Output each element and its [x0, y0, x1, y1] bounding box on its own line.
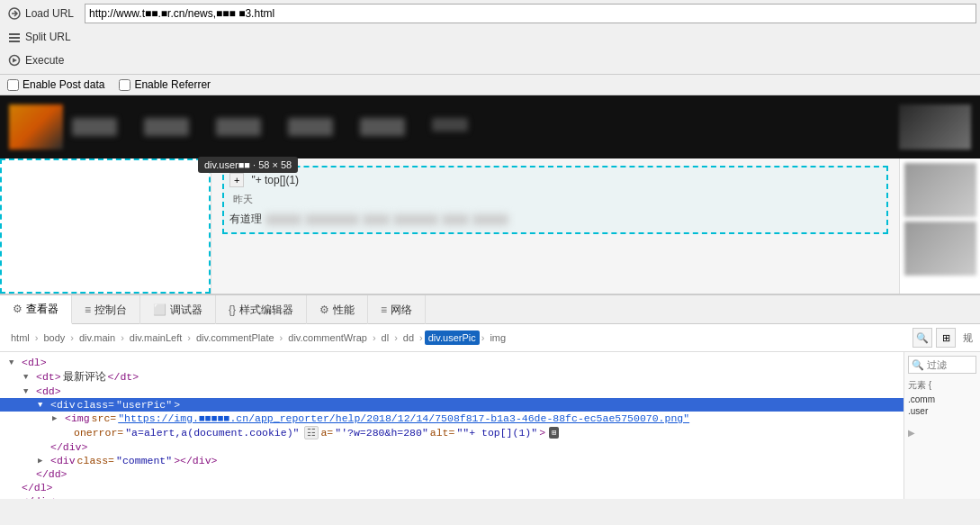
console-icon: ≡ [85, 303, 91, 316]
devtools-content: <dl> <dt> 最新评论 </dt> <dd> <div class= "u… [0, 352, 980, 499]
devtools-tabs: ⚙ 查看器 ≡ 控制台 ⬜ 调试器 {} 样式编辑器 ⚙ 性能 ≡ 网络 [0, 295, 980, 324]
split-icon [7, 30, 22, 44]
tree-line-dd[interactable]: <dd> [0, 385, 904, 398]
execute-row: Execute [4, 49, 976, 72]
split-url-row: Split URL [4, 25, 976, 49]
nav-item-5 [360, 118, 405, 136]
search-action-btn[interactable]: 🔍 [913, 328, 932, 348]
tree-line-dt[interactable]: <dt> 最新评论 </dt> [0, 369, 904, 385]
tree-line-div-close[interactable]: </div> [0, 440, 904, 454]
triangle-dt[interactable] [23, 373, 34, 382]
tab-console[interactable]: ≡ 控制台 [72, 295, 140, 324]
tree-line-img[interactable]: <img src= "https://img.■■■■■.cn/app_repo… [0, 412, 904, 425]
breadcrumb-img[interactable]: img [486, 330, 509, 345]
element-tooltip: div.user■■ · 58 × 58 [198, 157, 298, 173]
sidebar-left [0, 158, 211, 294]
content-text-row: 有道理 [229, 212, 881, 227]
youdaoli-text: 有道理 [229, 212, 262, 227]
nav-item-3 [216, 118, 261, 136]
tree-line-dl[interactable]: <dl> [0, 356, 904, 369]
execute-icon [7, 53, 22, 68]
img-size-badge: ⊞ [549, 427, 559, 439]
breadcrumb-dl[interactable]: dl [378, 330, 393, 345]
html-tree[interactable]: <dl> <dt> 最新评论 </dt> <dd> <div class= "u… [0, 352, 904, 499]
tab-inspector[interactable]: ⚙ 查看器 [0, 295, 72, 324]
referrer-checkbox-label[interactable]: Enable Referrer [119, 78, 211, 91]
top-ref: "+ top[](1) [251, 174, 299, 186]
breadcrumb-div-mainleft[interactable]: div.mainLeft [126, 330, 186, 345]
date-label: 昨天 [233, 193, 253, 206]
split-url-label: Split URL [25, 31, 71, 43]
content-row-2: 昨天 [229, 193, 881, 206]
triangle-comment[interactable] [38, 456, 49, 466]
plus-badge: + [229, 173, 244, 187]
load-icon [7, 6, 22, 21]
split-url-button[interactable]: Split URL [4, 28, 85, 46]
breadcrumb-div-userpic[interactable]: div.userPic [425, 330, 480, 345]
tree-line-dl-close[interactable]: </dl> [0, 481, 904, 494]
breadcrumb-div-commentplate[interactable]: div.commentPlate [193, 330, 278, 345]
tree-line-outer-div-close[interactable]: </div> [0, 494, 904, 499]
svg-rect-1 [9, 33, 20, 35]
load-url-button[interactable]: Load URL [4, 5, 85, 23]
blurred-2 [305, 214, 359, 225]
breadcrumb-dd[interactable]: dd [400, 330, 418, 345]
tree-line-dd-close[interactable]: </dd> [0, 467, 904, 481]
blurred-4 [393, 214, 438, 225]
sidebar-right-img [904, 163, 976, 217]
execute-button[interactable]: Execute [4, 51, 85, 69]
referrer-label: Enable Referrer [134, 78, 211, 91]
triangle-dd[interactable] [23, 387, 34, 396]
css-rule-comm: .comm [908, 394, 976, 405]
tab-performance[interactable]: ⚙ 性能 [307, 295, 368, 324]
devtools-panel: ⚙ 查看器 ≡ 控制台 ⬜ 调试器 {} 样式编辑器 ⚙ 性能 ≡ 网络 htm… [0, 294, 980, 499]
content-main: + "+ top[](1) 昨天 有道理 [211, 158, 899, 294]
breadcrumb-div-commentwrap[interactable]: div.commentWrap [284, 330, 371, 345]
nav-item-6 [432, 118, 468, 131]
triangle-userpic[interactable] [38, 401, 49, 410]
post-data-checkbox-label[interactable]: Enable Post data [7, 78, 104, 91]
webpage-body: + "+ top[](1) 昨天 有道理 [0, 158, 980, 294]
blurred-1 [265, 214, 301, 225]
post-data-checkbox[interactable] [7, 79, 19, 91]
checkboxes-row: Enable Post data Enable Referrer [0, 75, 980, 95]
highlight-left [0, 158, 211, 294]
style-editor-icon: {} [229, 303, 236, 316]
expand-action-btn[interactable]: ⊞ [936, 328, 956, 348]
performance-label: 性能 [333, 303, 355, 318]
element-label: 元素 { [908, 377, 976, 394]
img-badge: ☷ [304, 426, 319, 439]
url-input[interactable] [85, 4, 976, 23]
content-row-1: + "+ top[](1) [229, 173, 881, 187]
header-nav [72, 118, 890, 136]
referrer-checkbox[interactable] [119, 79, 130, 91]
breadcrumb-div-main[interactable]: div.main [76, 330, 119, 345]
inspector-label: 查看器 [26, 302, 58, 317]
tree-line-comment-div[interactable]: <div class= "comment" ></div> [0, 454, 904, 467]
triangle-img[interactable] [52, 413, 63, 423]
breadcrumb-bar: html › body › div.main › div.mainLeft › … [0, 324, 980, 352]
style-editor-label: 样式编辑器 [239, 303, 293, 318]
blurred-6 [472, 214, 508, 225]
triangle-dl[interactable] [9, 358, 20, 367]
header-right-img [899, 104, 971, 149]
breadcrumb-body[interactable]: body [40, 330, 68, 345]
sidebar-right-img2 [904, 222, 976, 276]
debugger-label: 调试器 [170, 303, 202, 318]
header-logo [9, 104, 63, 149]
debugger-icon: ⬜ [153, 303, 166, 316]
tab-style-editor[interactable]: {} 样式编辑器 [216, 295, 307, 324]
tree-line-img-attrs[interactable]: onerror= "a=alert,a(document.cookie)" ☷ … [0, 425, 904, 440]
tree-line-userpic[interactable]: <div class= "userPic" > [0, 398, 904, 412]
browser-viewport: div.user■■ · 58 × 58 + "+ top[](1) 昨天 有道… [0, 95, 980, 294]
breadcrumb-actions: 🔍 ⊞ [913, 328, 956, 348]
breadcrumb-html[interactable]: html [7, 330, 33, 345]
blurred-5 [442, 214, 469, 225]
inspector-icon: ⚙ [13, 303, 22, 315]
tab-debugger[interactable]: ⬜ 调试器 [140, 295, 216, 324]
post-data-label: Enable Post data [22, 78, 104, 91]
toolbar: Load URL Split URL Execute [0, 0, 980, 75]
css-search-input[interactable] [908, 356, 976, 374]
nav-item-4 [288, 118, 333, 136]
tab-network[interactable]: ≡ 网络 [368, 295, 426, 324]
